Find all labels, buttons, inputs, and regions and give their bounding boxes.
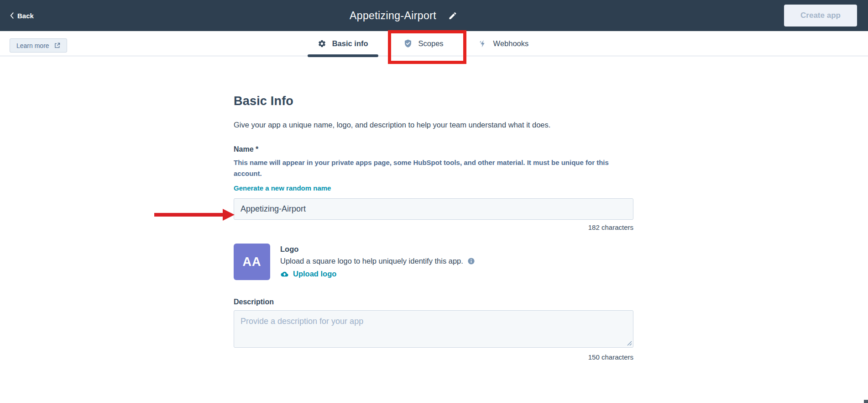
back-button[interactable]: Back [10,12,34,20]
red-arrow-head-annotation [223,209,235,221]
lightning-icon [479,39,487,48]
resize-grip-icon[interactable] [627,341,632,346]
tab-basic-info-label: Basic info [332,39,368,48]
logo-label: Logo [280,245,475,254]
name-field-label: Name * [234,145,633,154]
tab-list: Basic info Scopes Webhooks [0,31,857,56]
app-title-group: Appetizing-Airport [350,10,457,22]
app-title: Appetizing-Airport [350,10,436,22]
generate-random-name-link[interactable]: Generate a new random name [234,184,331,192]
shield-check-icon [403,39,413,48]
name-char-count: 182 characters [234,223,633,231]
logo-help-text: Upload a square logo to help uniquely id… [280,257,463,265]
page-subtitle: Give your app a unique name, logo, and d… [234,121,633,129]
app-logo-avatar: AA [234,244,270,280]
gear-icon [318,39,326,48]
tab-webhooks-label: Webhooks [493,39,529,48]
create-app-button[interactable]: Create app [784,5,857,27]
name-field-help: This name will appear in your private ap… [234,157,633,179]
tab-scopes[interactable]: Scopes [391,31,456,56]
tab-bar: Learn more Basic info Scopes Webhooks [0,31,868,56]
chevron-left-icon [10,12,14,19]
tab-webhooks[interactable]: Webhooks [466,31,542,56]
tab-scopes-label: Scopes [418,39,444,48]
basic-info-form: Basic Info Give your app a unique name, … [234,56,633,361]
page-title: Basic Info [234,94,633,108]
scrollbar-corner [864,400,868,403]
description-char-count: 150 characters [234,353,633,361]
red-arrow-annotation [154,213,224,217]
upload-logo-link[interactable]: Upload logo [280,270,336,278]
description-field-label: Description [234,298,633,306]
edit-title-pencil-icon[interactable] [448,11,457,20]
tab-basic-info[interactable]: Basic info [305,31,381,56]
cloud-upload-icon [280,270,289,278]
name-input[interactable] [234,198,633,220]
info-icon[interactable] [467,257,475,265]
logo-section: AA Logo Upload a square logo to help uni… [234,244,633,280]
upload-logo-label: Upload logo [293,270,336,278]
back-label: Back [17,12,34,20]
description-textarea[interactable] [234,310,633,348]
top-navigation-bar: Back Appetizing-Airport Create app [0,0,868,31]
